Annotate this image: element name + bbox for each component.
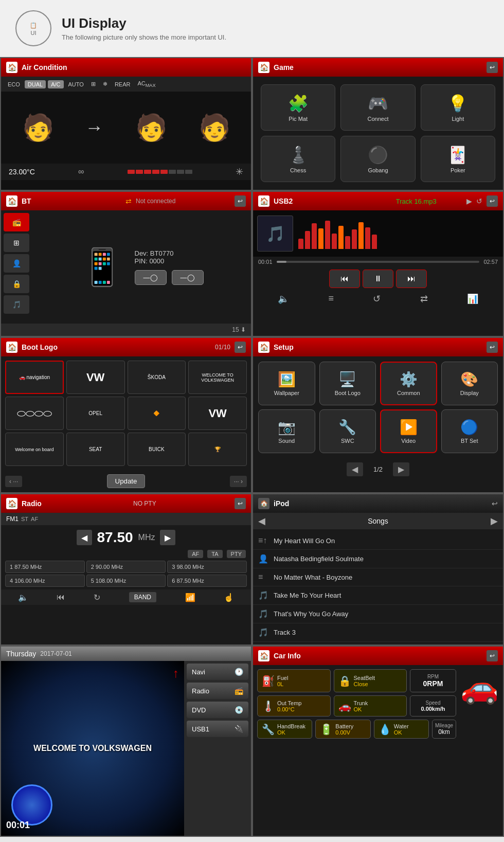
ipod-next-btn[interactable]: ▶: [491, 515, 498, 527]
setup-item-video[interactable]: ▶️ Video: [380, 409, 437, 453]
radio-prev-freq-btn[interactable]: ◀: [77, 530, 92, 545]
ac-symbol1[interactable]: ⊞: [88, 80, 98, 88]
setup-item-bootlogo[interactable]: 🖥️ Boot Logo: [319, 362, 376, 405]
preset-4[interactable]: 4 106.00 MHz: [5, 575, 85, 587]
ac-rear[interactable]: REAR: [112, 80, 133, 88]
boot-back-btn[interactable]: ↩: [235, 342, 246, 353]
bt-btn-contact[interactable]: 👤: [4, 254, 29, 273]
usb-next-btn[interactable]: ⏭: [396, 270, 427, 288]
setup-item-wallpaper[interactable]: 🖼️ Wallpaper: [258, 362, 315, 405]
radio-prev-icon[interactable]: ⏮: [57, 593, 65, 602]
ipod-prev-btn[interactable]: ◀: [258, 515, 265, 527]
logo-cell-8[interactable]: VW: [188, 397, 247, 430]
usb-progress-bar[interactable]: [277, 261, 480, 263]
game-item-picmat[interactable]: 🧩 Pic Mat: [261, 84, 335, 131]
game-item-light[interactable]: 💡 Light: [421, 84, 495, 131]
logo-cell-10[interactable]: SEAT: [66, 433, 125, 466]
usb-eq-icon[interactable]: 📊: [467, 293, 478, 304]
usb-pause-btn[interactable]: ⏸: [363, 270, 393, 288]
boot-next-btn[interactable]: ··· ›: [230, 476, 247, 487]
radio-pty-btn[interactable]: PTY: [227, 550, 246, 558]
ipod-home-icon[interactable]: 🏠: [258, 498, 269, 509]
logo-cell-11[interactable]: BUICK: [128, 433, 186, 466]
usb-shuffle-icon[interactable]: ⇄: [420, 293, 428, 304]
ac-auto[interactable]: AUTO: [66, 80, 86, 88]
ipod-song-4[interactable]: 🎵 Take Me To Your Heart: [253, 586, 503, 605]
bt-btn-music[interactable]: 🎵: [4, 295, 29, 314]
ipod-song-6[interactable]: 🎵 Track 3: [253, 623, 503, 642]
bt-back-btn[interactable]: ↩: [235, 195, 246, 207]
usb-volume-icon[interactable]: 🔈: [278, 293, 289, 304]
setup-home-icon[interactable]: 🏠: [258, 342, 269, 353]
ac-home-icon[interactable]: 🏠: [6, 62, 17, 73]
ac-acmax[interactable]: ACMAX: [135, 79, 158, 89]
preset-1[interactable]: 1 87.50 MHz: [5, 561, 85, 573]
logo-cell-4[interactable]: WELCOME TO VOLKSWAGEN: [188, 361, 247, 394]
setup-item-swc[interactable]: 🔧 SWC: [319, 409, 376, 453]
car-info-back-btn[interactable]: ↩: [487, 650, 498, 661]
setup-item-common[interactable]: ⚙️ Common: [380, 362, 437, 405]
ac-dual[interactable]: DUAL: [25, 80, 46, 88]
usb-list-icon[interactable]: ≡: [328, 293, 334, 304]
radio-home-icon[interactable]: 🏠: [6, 498, 17, 509]
car-info-home-icon[interactable]: 🏠: [258, 650, 269, 661]
radio-ta-btn[interactable]: TA: [207, 550, 222, 558]
setup-item-btset[interactable]: 🔵 BT Set: [441, 409, 498, 453]
preset-2[interactable]: 2 90.00 MHz: [86, 561, 166, 573]
game-item-connect[interactable]: 🎮 Connect: [340, 84, 415, 131]
navi-menu-usb1[interactable]: USB1 🔌: [187, 721, 248, 737]
navi-menu-radio[interactable]: Radio 📻: [187, 683, 248, 699]
setup-item-sound[interactable]: 📷 Sound: [258, 409, 315, 453]
ipod-song-2[interactable]: 👤 Natasha Bedingfield Soulmate: [253, 550, 503, 568]
bt-btn-grid[interactable]: ⊞: [4, 234, 29, 252]
navi-menu-navi[interactable]: Navi 🕐: [187, 664, 248, 680]
ac-symbol2[interactable]: ❄: [100, 80, 110, 88]
radio-next-freq-btn[interactable]: ▶: [160, 530, 175, 545]
preset-5[interactable]: 5 108.00 MHz: [86, 575, 166, 587]
game-item-poker[interactable]: 🃏 Poker: [421, 136, 495, 182]
setup-prev-btn[interactable]: ◀: [347, 462, 363, 476]
radio-volume-icon[interactable]: 🔈: [18, 593, 28, 602]
logo-cell-1[interactable]: 🚗 navigation: [5, 361, 64, 394]
ipod-song-1[interactable]: ≡↑ My Heart Will Go On: [253, 532, 503, 550]
ac-eco[interactable]: ECO: [5, 80, 23, 88]
game-item-chess[interactable]: ♟️ Chess: [261, 136, 335, 182]
setup-next-btn[interactable]: ▶: [393, 462, 409, 476]
logo-cell-2[interactable]: VW: [66, 361, 125, 394]
preset-6[interactable]: 6 87.50 MHz: [167, 575, 247, 587]
game-home-icon[interactable]: 🏠: [258, 62, 269, 73]
boot-prev-btn[interactable]: ‹ ···: [5, 476, 22, 487]
radio-back-btn[interactable]: ↩: [235, 498, 246, 509]
boot-home-icon[interactable]: 🏠: [6, 342, 17, 353]
navi-menu-dvd[interactable]: DVD 💿: [187, 702, 248, 718]
logo-cell-9[interactable]: Welcome on board: [5, 433, 64, 466]
bt-connect-btn[interactable]: —◯: [135, 270, 167, 285]
usb-repeat-icon[interactable]: ↺: [373, 293, 381, 304]
boot-update-btn[interactable]: Update: [107, 474, 146, 488]
logo-cell-5[interactable]: ⬭⬭⬭⬭: [5, 397, 64, 430]
ipod-back-btn[interactable]: ↩: [492, 499, 498, 508]
ac-ac[interactable]: A/C: [48, 80, 63, 88]
radio-touch-icon[interactable]: ☝: [224, 593, 234, 602]
logo-cell-3[interactable]: ŠKODA: [128, 361, 186, 394]
ipod-song-5[interactable]: 🎵 That's Why You Go Away: [253, 605, 503, 623]
usb-back-btn[interactable]: ↩: [487, 195, 498, 207]
usb-prev-btn[interactable]: ⏮: [329, 270, 360, 288]
setup-back-btn[interactable]: ↩: [487, 342, 498, 353]
bt-disconnect-btn[interactable]: —◯: [172, 270, 204, 285]
radio-info-icon[interactable]: ↻: [94, 593, 100, 602]
ipod-song-3[interactable]: ≡ No Matter What - Boyzone: [253, 568, 503, 586]
preset-3[interactable]: 3 98.00 MHz: [167, 561, 247, 573]
game-back-btn[interactable]: ↩: [487, 62, 498, 73]
bt-btn-phone[interactable]: 📻: [4, 213, 29, 231]
radio-band-btn[interactable]: BAND: [129, 592, 156, 602]
logo-cell-12[interactable]: 🏆: [188, 433, 247, 466]
game-item-gobang[interactable]: ⚫ Gobang: [340, 136, 415, 182]
bt-btn-lock[interactable]: 🔒: [4, 275, 29, 293]
radio-signal-icon[interactable]: 📶: [185, 593, 195, 602]
logo-cell-6[interactable]: OPEL: [66, 397, 125, 430]
usb-home-icon[interactable]: 🏠: [258, 195, 269, 207]
bt-home-icon[interactable]: 🏠: [6, 195, 17, 207]
radio-af-btn[interactable]: AF: [188, 550, 203, 558]
setup-item-display[interactable]: 🎨 Display: [441, 362, 498, 405]
